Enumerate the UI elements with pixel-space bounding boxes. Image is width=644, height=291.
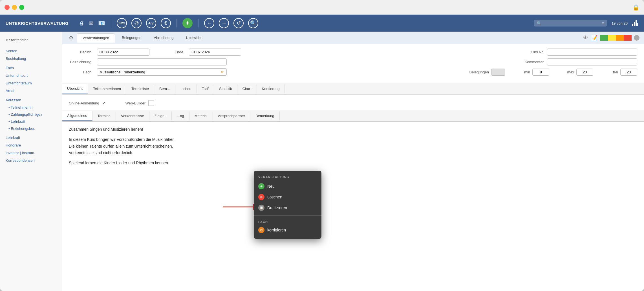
sidebar-item-erziehungsber[interactable]: Erziehungsber. xyxy=(0,125,62,132)
ctx-duplizieren-icon: 📋 xyxy=(258,205,264,211)
bottom-sub-tab-material[interactable]: Material xyxy=(189,111,213,120)
forward-nav-button[interactable]: → xyxy=(219,18,229,28)
sidebar-item-konten[interactable]: Konten xyxy=(0,47,62,55)
web-builder-checkbox[interactable] xyxy=(148,100,154,106)
bottom-sub-tab-zielgr[interactable]: Zielgr... xyxy=(149,111,172,120)
min-input[interactable] xyxy=(532,69,549,76)
ende-label: Ende xyxy=(161,50,183,54)
sidebar-item-zahlungspflichtige[interactable]: Zahlungspflichtige:r xyxy=(0,111,62,118)
bottom-sub-tab-termine[interactable]: Termine xyxy=(92,111,116,120)
sub-tab-uebersicht[interactable]: Übersicht xyxy=(62,84,88,93)
at-button[interactable]: @ xyxy=(131,18,142,28)
sidebar-section-adressen: Adressen Teilnehmer:in Zahlungspflichtig… xyxy=(0,96,62,132)
separator-1 xyxy=(111,19,111,27)
ctx-item-duplizieren[interactable]: 📋 Duplizieren xyxy=(254,202,321,213)
sidebar-item-unterrichtsraum[interactable]: Unterrichtsraum xyxy=(0,79,62,87)
bottom-sub-tab-vorkenntnisse[interactable]: Vorkenntnisse xyxy=(116,111,149,120)
sub-tab-statistik[interactable]: Statistik xyxy=(214,84,237,93)
belegungen-label: Belegungen xyxy=(466,70,489,74)
online-anmeldung-check[interactable]: ✓ xyxy=(102,100,106,106)
sub-tab-terminliste[interactable]: Terminliste xyxy=(126,84,154,93)
sidebar-item-teilnehmer[interactable]: Teilnehmer:in xyxy=(0,104,62,111)
tab-abrechnung[interactable]: Abrechnung xyxy=(148,33,179,42)
search-input[interactable] xyxy=(543,21,600,25)
frei-label: frei xyxy=(596,70,618,74)
refresh-button[interactable]: ↺ xyxy=(233,18,244,28)
search-nav-button[interactable]: 🔍 xyxy=(248,18,258,28)
add-button[interactable]: + xyxy=(182,18,193,28)
minimize-button[interactable] xyxy=(12,5,17,10)
ctx-section-veranstaltung: VERANSTALTUNG xyxy=(254,174,321,181)
belegungen-group: Belegungen min max frei xyxy=(466,69,637,76)
sidebar-back-link[interactable]: < Startfenster xyxy=(0,36,62,44)
ctx-item-loeschen[interactable]: ✕ Löschen xyxy=(254,192,321,202)
desc-line-1: Zusammen Singen und Musizieren lernen! xyxy=(69,126,637,133)
search-icon: 🔍 xyxy=(537,21,541,25)
belegungen-count[interactable] xyxy=(491,69,505,76)
sidebar-item-buchhaltung[interactable]: Buchhaltung xyxy=(0,55,62,62)
bezeichnung-label: Bezeichnung xyxy=(69,60,91,64)
status-gray xyxy=(634,35,639,41)
bottom-sub-tab-ng[interactable]: ...ng xyxy=(172,111,189,120)
close-button[interactable] xyxy=(5,5,10,10)
sub-tab-kontierung[interactable]: Kontierung xyxy=(257,84,285,93)
sms-button[interactable]: SMS xyxy=(117,18,127,28)
chart-bars-icon[interactable] xyxy=(632,20,638,26)
sub-tab-chart[interactable]: Chart xyxy=(237,84,257,93)
sidebar-section-accounts: Konten Buchhaltung xyxy=(0,47,62,62)
bottom-sub-tab-ansprechpartner[interactable]: Ansprechpartner xyxy=(213,111,250,120)
sidebar-item-korrespondenzen[interactable]: Korrespondenzen xyxy=(0,157,62,164)
sub-tab-chen[interactable]: ...chen xyxy=(175,84,197,93)
min-label: min xyxy=(508,70,530,74)
sub-tab-bem[interactable]: Bem... xyxy=(154,84,175,93)
bezeichnung-input[interactable] xyxy=(97,58,227,65)
app-button[interactable]: App xyxy=(146,18,156,28)
ctx-item-korrigieren[interactable]: ↺ korrigieren xyxy=(254,225,321,235)
ctx-korrigieren-label: korrigieren xyxy=(267,228,286,232)
web-builder-label: Web-Builder xyxy=(125,101,145,105)
fach-input[interactable] xyxy=(100,70,219,74)
mail2-icon[interactable]: 📧 xyxy=(98,20,105,27)
beginn-input[interactable] xyxy=(97,49,149,56)
ctx-item-neu[interactable]: + Neu xyxy=(254,181,321,192)
separator-2 xyxy=(177,19,177,27)
sidebar-section-lehrkraft: Lehrkraft Honorare Inventar | Instrum. K… xyxy=(0,134,62,164)
back-nav-button[interactable]: ← xyxy=(204,18,214,28)
content-body: Online-Anmeldung ✓ Web-Builder Allgemein… xyxy=(62,95,644,291)
gear-button[interactable]: ⚙ xyxy=(67,33,76,42)
status-icons: 👁 📝 xyxy=(583,34,639,41)
sidebar-item-adressen[interactable]: Adressen xyxy=(0,96,62,104)
sidebar-item-lehrkraft[interactable]: Lehrkraft xyxy=(0,134,62,141)
sub-tab-teilnehmer[interactable]: Teilnehmer:innen xyxy=(88,84,126,93)
fach-edit-icon[interactable]: ✏ xyxy=(221,70,224,74)
euro-button[interactable]: € xyxy=(161,18,171,28)
bottom-sub-tab-bemerkung[interactable]: Bemerkung xyxy=(250,111,279,120)
form-row-bezeichnung: Bezeichnung Kommentar xyxy=(69,58,637,65)
sidebar-item-honorare[interactable]: Honorare xyxy=(0,141,62,149)
sidebar-item-areal[interactable]: Areal xyxy=(0,87,62,95)
desc-line-3: Spielend lernen die Kinder Lieder und Rh… xyxy=(69,160,637,167)
sidebar-item-inventar[interactable]: Inventar | Instrum. xyxy=(0,149,62,157)
sidebar-item-unterrichtsort[interactable]: Unterrichtsort xyxy=(0,72,62,79)
frei-input[interactable] xyxy=(620,69,637,76)
online-anmeldung-label: Online-Anmeldung xyxy=(69,101,99,105)
ctx-neu-label: Neu xyxy=(267,184,275,189)
bottom-sub-tab-allgemeines[interactable]: Allgemeines xyxy=(62,111,92,121)
tab-uebersicht[interactable]: Übersicht xyxy=(180,33,207,42)
kurs-nr-input[interactable] xyxy=(547,49,637,56)
note-icon[interactable]: 📝 xyxy=(591,34,598,41)
print-icon[interactable]: 🖨 xyxy=(79,20,84,27)
maximize-button[interactable] xyxy=(19,5,24,10)
tab-veranstaltungen[interactable]: Veranstaltungen xyxy=(77,33,115,43)
tab-belegungen[interactable]: Belegungen xyxy=(116,33,147,42)
ende-input[interactable] xyxy=(189,49,241,56)
kurs-nr-label: Kurs Nr. xyxy=(521,50,544,54)
sidebar-item-fach[interactable]: Fach xyxy=(0,64,62,72)
kommentar-input[interactable] xyxy=(547,58,637,65)
eye-icon[interactable]: 👁 xyxy=(583,34,588,41)
sidebar-item-lehrkraft-bullet[interactable]: Lehrkraft xyxy=(0,118,62,125)
max-input[interactable] xyxy=(576,69,593,76)
content-area: ⚙ Veranstaltungen Belegungen Abrechnung … xyxy=(62,32,644,291)
mail-icon[interactable]: ✉ xyxy=(89,20,94,27)
sub-tab-tarif[interactable]: Tarif xyxy=(197,84,214,93)
